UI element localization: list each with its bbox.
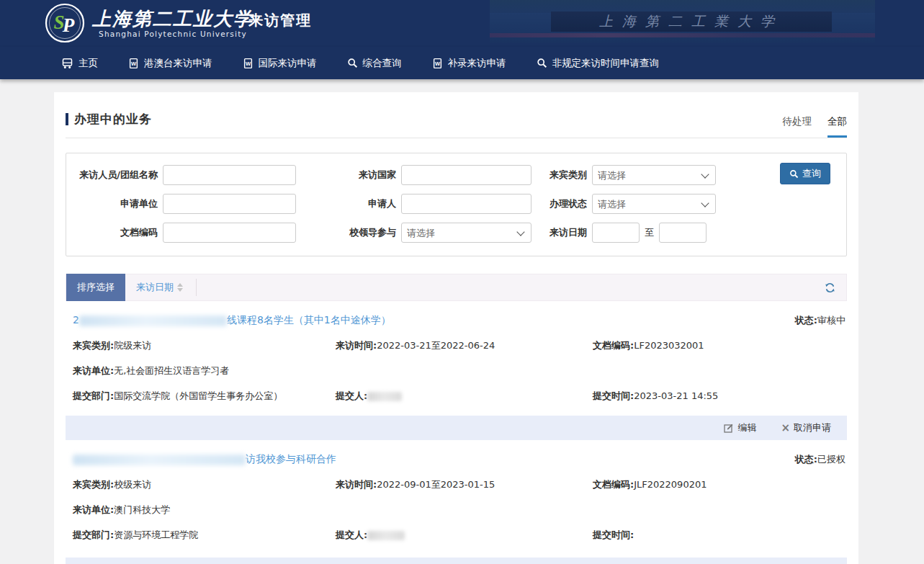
redacted-title-segment xyxy=(79,315,227,326)
visit-date-to-input[interactable] xyxy=(659,223,707,243)
edit-button[interactable]: 编辑 xyxy=(724,421,756,434)
bus-icon xyxy=(61,58,73,69)
svg-text:W: W xyxy=(245,61,251,67)
search-icon xyxy=(537,58,547,68)
record-detail-row: 来访单位:澳门科技大学 xyxy=(73,503,845,516)
redacted-title-segment xyxy=(73,455,246,465)
tab-all[interactable]: 全部 xyxy=(827,115,847,138)
sort-select-button[interactable]: 排序选择 xyxy=(66,274,125,301)
guest-category-label: 来宾类别 xyxy=(540,169,592,182)
process-status-label: 办理状态 xyxy=(540,197,592,210)
sort-bar: 排序选择 来访日期 xyxy=(66,274,847,301)
nav-label: 国际来访申请 xyxy=(259,57,317,70)
sort-by-visit-date[interactable]: 来访日期 xyxy=(136,281,183,294)
university-sp-logo: S P xyxy=(45,3,85,43)
page-title: 来访管理 xyxy=(248,11,312,30)
nav-item-hk-macao-taiwan-visit[interactable]: W 港澳台来访申请 xyxy=(128,57,212,70)
cancel-x-icon: × xyxy=(781,423,790,434)
nav-label: 非规定来访时间申请查询 xyxy=(552,57,660,70)
applicant-label: 申请人 xyxy=(320,197,401,210)
submit-time-value: 2023-03-21 14:55 xyxy=(634,390,718,401)
record-action-bar-partial xyxy=(66,558,847,564)
record-title-link[interactable]: 访我校参与科研合作 xyxy=(73,453,336,466)
campus-banner-photo: 上海第二工業大学 xyxy=(490,0,875,43)
university-brand: S P 上海第二工业大学 Shanghai Polytechnic Univer… xyxy=(45,3,254,43)
query-button[interactable]: 查询 xyxy=(780,163,830,184)
visitor-name-input[interactable] xyxy=(163,165,296,185)
doc-w-icon: W xyxy=(128,58,139,69)
apply-unit-input[interactable] xyxy=(163,194,296,214)
visit-country-label: 来访国家 xyxy=(320,169,401,182)
section-header: 办理中的业务 待处理 全部 xyxy=(66,99,847,138)
redacted-submitter-name xyxy=(367,392,402,401)
search-form: 来访人员/团组名称 来访国家 来宾类别 请选择 申请单位 xyxy=(66,153,847,256)
guest-category-select-wrap: 请选择 xyxy=(592,165,716,185)
section-title: 办理中的业务 xyxy=(74,111,152,127)
svg-text:W: W xyxy=(131,61,137,67)
doc-w-icon: W xyxy=(432,58,443,69)
visit-date-label: 来访日期 xyxy=(540,226,592,239)
nav-label: 港澳台来访申请 xyxy=(144,57,212,70)
process-status-select[interactable]: 请选择 xyxy=(592,194,716,214)
doc-code-value: LF2023032001 xyxy=(634,340,704,351)
leader-join-label: 校领导参与 xyxy=(320,226,401,239)
redacted-submitter-name xyxy=(367,531,405,540)
refresh-button[interactable] xyxy=(824,282,836,294)
record-title-link[interactable]: 2线课程8名学生（其中1名中途休学） xyxy=(73,314,391,327)
main-navbar: 主页 W 港澳台来访申请 W 国际来访申请 综合查询 W 补录来访申请 xyxy=(0,47,924,79)
refresh-icon xyxy=(824,282,836,294)
record-detail-row: 来访单位:无,社会面招生汉语言学习者 xyxy=(73,364,845,377)
nav-item-home[interactable]: 主页 xyxy=(61,57,98,70)
record-detail-row: 提交部门:资源与环境工程学院 提交人: 提交时间: xyxy=(73,529,845,542)
visit-time-value: 2022-09-01至2023-01-15 xyxy=(377,479,495,490)
record-status: 状态:审核中 xyxy=(795,314,845,327)
search-icon xyxy=(789,169,799,179)
submit-dept-value: 国际交流学院（外国留学生事务办公室） xyxy=(114,390,282,401)
leader-join-select-wrap: 请选择 xyxy=(401,223,531,243)
guest-category-value: 校级来访 xyxy=(114,479,151,490)
nav-item-comprehensive-query[interactable]: 综合查询 xyxy=(347,57,402,70)
visit-time-value: 2022-03-21至2022-06-24 xyxy=(377,340,495,351)
doc-code-value: JLF2022090201 xyxy=(634,479,707,490)
nav-label: 综合查询 xyxy=(363,57,402,70)
main-content-card: 办理中的业务 待处理 全部 来访人员/团组名称 来访国家 来宾类别 请选择 xyxy=(54,92,858,564)
applicant-input[interactable] xyxy=(401,194,531,214)
nav-item-international-visit[interactable]: W 国际来访申请 xyxy=(243,57,317,70)
record-detail-row: 来宾类别:院级来访 来访时间:2022-03-21至2022-06-24 文档编… xyxy=(73,339,845,352)
nav-label: 主页 xyxy=(79,57,98,70)
process-status-select-wrap: 请选择 xyxy=(592,194,716,214)
search-icon xyxy=(347,58,358,68)
sort-divider xyxy=(196,279,197,296)
doc-w-icon: W xyxy=(243,58,254,69)
university-name-cn: 上海第二工业大学 xyxy=(92,9,254,29)
cancel-application-button[interactable]: × 取消申请 xyxy=(781,421,831,434)
visitor-name-label: 来访人员/团组名称 xyxy=(71,169,163,182)
record-action-bar: 编辑 × 取消申请 xyxy=(66,416,847,440)
record-status: 状态:已授权 xyxy=(795,453,845,466)
banner-tint xyxy=(490,0,875,43)
visit-record-1: 2线课程8名学生（其中1名中途休学） 状态:审核中 来宾类别:院级来访 来访时间… xyxy=(66,314,847,403)
title-accent-bar xyxy=(66,113,68,125)
record-detail-row: 来宾类别:校级来访 来访时间:2022-09-01至2023-01-15 文档编… xyxy=(73,478,845,491)
guest-category-value: 院级来访 xyxy=(114,340,151,351)
visit-unit-value: 澳门科技大学 xyxy=(114,504,170,515)
svg-text:W: W xyxy=(434,61,440,67)
submit-dept-value: 资源与环境工程学院 xyxy=(114,529,198,540)
nav-label: 补录来访申请 xyxy=(448,57,506,70)
leader-join-select[interactable]: 请选择 xyxy=(401,223,531,243)
svg-text:P: P xyxy=(62,14,75,36)
status-tabs: 待处理 全部 xyxy=(783,115,848,138)
doc-code-label: 文档编码 xyxy=(71,226,163,239)
doc-code-input[interactable] xyxy=(163,223,296,243)
guest-category-select[interactable]: 请选择 xyxy=(592,165,716,185)
visit-record-2: 访我校参与科研合作 状态:已授权 来宾类别:校级来访 来访时间:2022-09-… xyxy=(66,453,847,542)
date-range-separator: 至 xyxy=(645,226,654,239)
nav-item-supplementary-visit[interactable]: W 补录来访申请 xyxy=(432,57,506,70)
tab-pending[interactable]: 待处理 xyxy=(783,115,812,138)
visit-unit-value: 无,社会面招生汉语言学习者 xyxy=(114,365,229,376)
sort-arrows-icon xyxy=(177,283,183,292)
nav-item-nonstandard-time-query[interactable]: 非规定来访时间申请查询 xyxy=(537,57,660,70)
university-name-en: Shanghai Polytechnic University xyxy=(92,30,254,38)
visit-date-from-input[interactable] xyxy=(592,223,640,243)
visit-country-input[interactable] xyxy=(401,165,531,185)
